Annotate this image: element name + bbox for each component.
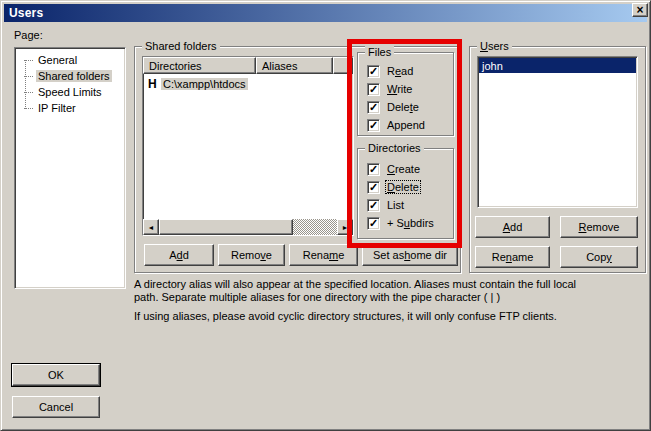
write-checkbox-row[interactable]: ✓ Write bbox=[367, 82, 413, 96]
file-delete-checkbox[interactable]: ✓ bbox=[367, 101, 380, 114]
folder-rename-button[interactable]: Rename bbox=[289, 244, 358, 266]
column-header-aliases[interactable]: Aliases bbox=[256, 57, 333, 74]
check-icon: ✓ bbox=[369, 66, 378, 77]
read-label: Read bbox=[386, 65, 414, 77]
cancel-button[interactable]: Cancel bbox=[12, 396, 100, 418]
check-icon: ✓ bbox=[369, 164, 378, 175]
column-header-directories[interactable]: Directories bbox=[143, 57, 256, 74]
read-checkbox-row[interactable]: ✓ Read bbox=[367, 64, 414, 78]
list-checkbox-row[interactable]: ✓ List bbox=[367, 198, 405, 212]
subdirs-checkbox-row[interactable]: ✓ + Subdirs bbox=[367, 216, 435, 230]
check-icon: ✓ bbox=[369, 182, 378, 193]
dir-delete-checkbox-row[interactable]: ✓ Delete bbox=[367, 180, 420, 194]
user-copy-button[interactable]: Copy bbox=[560, 246, 638, 268]
check-icon: ✓ bbox=[369, 102, 378, 113]
append-checkbox-row[interactable]: ✓ Append bbox=[367, 118, 426, 132]
list-label: List bbox=[386, 199, 405, 211]
page-label: Page: bbox=[14, 29, 43, 41]
create-checkbox[interactable]: ✓ bbox=[367, 163, 380, 176]
titlebar[interactable]: Users bbox=[4, 4, 647, 22]
check-icon: ✓ bbox=[369, 200, 378, 211]
write-checkbox[interactable]: ✓ bbox=[367, 83, 380, 96]
append-checkbox[interactable]: ✓ bbox=[367, 119, 380, 132]
list-body[interactable]: H C:\xampp\htdocs bbox=[143, 74, 353, 219]
scrollbar-track[interactable] bbox=[293, 219, 337, 235]
check-icon: ✓ bbox=[369, 84, 378, 95]
scroll-left-button[interactable]: ◄ bbox=[143, 219, 159, 235]
ok-button[interactable]: OK bbox=[12, 364, 100, 386]
write-label: Write bbox=[386, 83, 413, 95]
files-permissions-group: Files ✓ Read ✓ Write ✓ Delete ✓ Append bbox=[357, 52, 454, 136]
create-label: Create bbox=[386, 163, 421, 175]
subdirs-label: + Subdirs bbox=[386, 217, 435, 229]
check-icon: ✓ bbox=[369, 218, 378, 229]
window-title: Users bbox=[9, 6, 43, 20]
directory-cell: C:\xampp\htdocs bbox=[161, 78, 248, 90]
folder-add-button[interactable]: Add bbox=[144, 244, 214, 266]
scrollbar-thumb[interactable] bbox=[159, 219, 293, 235]
help-line-3: If using aliases, please avoid cyclic di… bbox=[134, 310, 646, 323]
tree-item-label: Speed Limits bbox=[36, 86, 104, 98]
check-icon: ✓ bbox=[369, 120, 378, 131]
tree-item-label-selected: Shared folders bbox=[36, 70, 112, 82]
list-header: Directories Aliases bbox=[143, 57, 353, 74]
set-as-home-dir-button[interactable]: Set as home dir bbox=[362, 244, 458, 266]
tree-item-label: IP Filter bbox=[36, 102, 78, 114]
file-delete-checkbox-row[interactable]: ✓ Delete bbox=[367, 100, 420, 114]
shared-folders-list[interactable]: Directories Aliases H C:\xampp\htdocs ◄ … bbox=[142, 56, 354, 236]
append-label: Append bbox=[386, 119, 426, 131]
file-delete-label: Delete bbox=[386, 101, 420, 113]
shared-folders-group-label: Shared folders bbox=[142, 40, 220, 52]
column-header-filler bbox=[333, 57, 353, 74]
users-group-label: Users bbox=[477, 40, 512, 52]
scroll-left-icon: ◄ bbox=[148, 224, 155, 231]
sidebar-item-shared-folders[interactable]: Shared folders bbox=[17, 68, 123, 84]
users-dialog: Users × Page: General Shared folders Spe… bbox=[0, 0, 651, 431]
sidebar-item-speed-limits[interactable]: Speed Limits bbox=[17, 84, 123, 100]
subdirs-checkbox[interactable]: ✓ bbox=[367, 217, 380, 230]
folder-remove-button[interactable]: Remove bbox=[218, 244, 285, 266]
sidebar-item-ip-filter[interactable]: IP Filter bbox=[17, 100, 123, 116]
alias-help-text: A directory alias will also appear at th… bbox=[134, 278, 646, 323]
tree-item-label: General bbox=[36, 54, 79, 66]
list-checkbox[interactable]: ✓ bbox=[367, 199, 380, 212]
table-row[interactable]: H C:\xampp\htdocs bbox=[143, 76, 353, 91]
home-marker: H bbox=[148, 77, 161, 91]
directories-permissions-group: Directories ✓ Create ✓ Delete ✓ List ✓ +… bbox=[357, 148, 454, 239]
tree-branch-icon bbox=[24, 108, 33, 109]
list-item-user-john[interactable]: john bbox=[479, 58, 636, 73]
create-checkbox-row[interactable]: ✓ Create bbox=[367, 162, 421, 176]
dir-delete-checkbox[interactable]: ✓ bbox=[367, 181, 380, 194]
files-group-label: Files bbox=[365, 46, 394, 58]
help-line-1: A directory alias will also appear at th… bbox=[134, 278, 646, 291]
tree-branch-icon bbox=[24, 92, 33, 93]
directories-group-label: Directories bbox=[365, 142, 424, 154]
page-tree[interactable]: General Shared folders Speed Limits IP F… bbox=[14, 47, 126, 289]
user-add-button[interactable]: Add bbox=[475, 216, 550, 238]
user-remove-button[interactable]: Remove bbox=[560, 216, 638, 238]
scroll-right-button[interactable]: ► bbox=[337, 219, 353, 235]
tree-branch-icon bbox=[24, 76, 33, 77]
help-line-2: path. Separate multiple aliases for one … bbox=[134, 291, 646, 304]
user-rename-button[interactable]: Rename bbox=[475, 246, 550, 268]
horizontal-scrollbar[interactable]: ◄ ► bbox=[143, 219, 353, 235]
users-list[interactable]: john bbox=[477, 56, 638, 208]
close-button[interactable]: × bbox=[632, 3, 648, 17]
scroll-right-icon: ► bbox=[342, 224, 349, 231]
tree-branch-icon bbox=[24, 60, 33, 61]
read-checkbox[interactable]: ✓ bbox=[367, 65, 380, 78]
dir-delete-label: Delete bbox=[386, 181, 420, 193]
sidebar-item-general[interactable]: General bbox=[17, 52, 123, 68]
close-icon: × bbox=[636, 5, 643, 15]
